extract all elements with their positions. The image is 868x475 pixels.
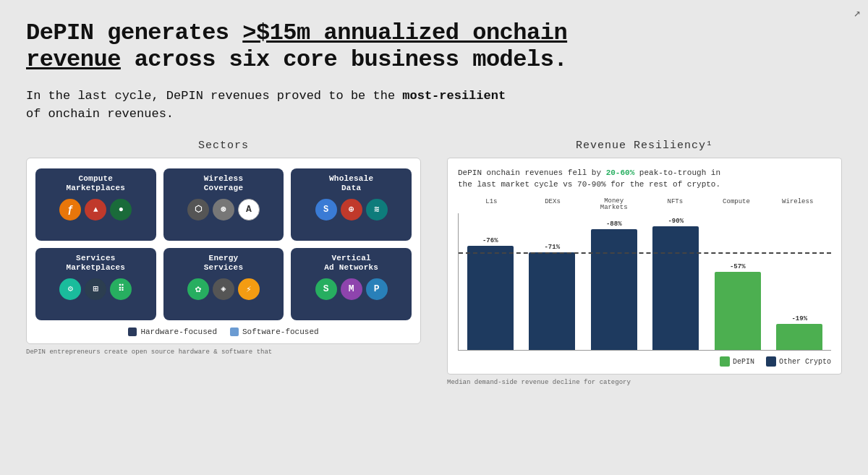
sia-icon	[341, 199, 362, 221]
sectors-panel: Sectors ComputeMarketplaces Wire	[26, 140, 421, 356]
legend-depin: DePIN	[720, 356, 754, 367]
bar-compute-bar	[715, 272, 761, 350]
resiliency-description: DePIN onchain revenues fell by 20-60% pe…	[458, 167, 831, 191]
energy-icon1	[187, 278, 209, 300]
sector-ad-label: VerticalAd Networks	[324, 254, 378, 273]
bar-l1s-pct: -76%	[482, 237, 498, 244]
services-icon2	[85, 278, 106, 300]
dashed-line-70pct	[459, 252, 831, 254]
bar-mm-bar	[591, 229, 637, 350]
pct-green: 20-60%	[606, 168, 635, 177]
resiliency-box: DePIN onchain revenues fell by 20-60% pe…	[447, 158, 842, 375]
sector-energy: EnergyServices	[163, 248, 284, 320]
bar-wireless-pct: -19%	[791, 315, 807, 322]
sector-services: ServicesMarketplaces	[35, 248, 156, 320]
label-wireless: Wireless	[767, 198, 828, 213]
bitdog-icon	[366, 199, 388, 221]
pct-normal: 70-90%	[577, 180, 606, 189]
sectors-footnote: DePIN entrepreneurs create open source h…	[26, 348, 421, 356]
bar-wireless-bar	[776, 324, 822, 350]
sectors-title: Sectors	[26, 140, 421, 152]
storj-icon	[315, 199, 337, 221]
content-row: Sectors ComputeMarketplaces Wire	[26, 140, 842, 387]
sector-wireless-icons	[187, 199, 260, 221]
bar-nfts: -90%	[647, 213, 705, 350]
chart-column-labels: L1s DEXs MoneyMarkets NFTs Compute Wirel…	[458, 198, 831, 213]
sector-energy-icons	[187, 278, 260, 300]
bar-chart: -76% -71% -88%	[458, 213, 831, 351]
helium-icon	[187, 199, 209, 221]
hardware-label: Hardware-focused	[140, 328, 217, 336]
legend-software: Software-focused	[230, 328, 319, 336]
ad-icon1	[315, 278, 337, 300]
sector-wireless: WirelessCoverage	[163, 168, 284, 241]
subtitle: In the last cycle, DePIN revenues proved…	[26, 87, 842, 124]
sector-compute-icons	[59, 199, 132, 221]
sector-services-icons	[59, 278, 132, 300]
services-icon1	[59, 278, 81, 300]
sector-ad-networks: VerticalAd Networks	[291, 248, 412, 320]
bar-mm-pct: -88%	[606, 221, 622, 228]
sector-wholesale: WholesaleData	[291, 168, 412, 241]
hardware-swatch	[128, 328, 137, 336]
sector-compute-label: ComputeMarketplaces	[67, 174, 126, 193]
title-highlight: >$15m annualized onchainrevenue	[26, 20, 567, 73]
bar-compute-pct: -57%	[730, 263, 746, 270]
legend-other-crypto: Other Crypto	[766, 356, 831, 367]
bar-money-markets: -88%	[585, 213, 643, 350]
other-crypto-swatch	[766, 356, 776, 367]
filecoin-icon	[59, 199, 81, 221]
chart-container: L1s DEXs MoneyMarkets NFTs Compute Wirel…	[458, 198, 831, 367]
expand-icon[interactable]: ↗	[854, 6, 861, 20]
page-title: DePIN generates >$15m annualized onchain…	[26, 20, 842, 74]
software-swatch	[230, 328, 239, 336]
label-dexs: DEXs	[522, 198, 584, 213]
bar-compute: -57%	[709, 213, 767, 350]
ad-icon3	[366, 278, 388, 300]
sector-services-label: ServicesMarketplaces	[67, 254, 126, 273]
main-container: ↗ DePIN generates >$15m annualized oncha…	[0, 0, 868, 475]
label-nfts: NFTs	[644, 198, 706, 213]
resiliency-panel: Revenue Resiliency¹ DePIN onchain revenu…	[447, 140, 842, 387]
sector-wireless-label: WirelessCoverage	[204, 174, 243, 193]
energy-icon2	[213, 278, 234, 300]
software-label: Software-focused	[242, 328, 319, 336]
bar-l1s: -76%	[461, 213, 519, 350]
arweave-icon	[238, 199, 260, 221]
sector-wholesale-label: WholesaleData	[329, 174, 373, 193]
label-compute: Compute	[706, 198, 767, 213]
sector-energy-label: EnergyServices	[204, 254, 243, 273]
akash-icon	[85, 199, 106, 221]
wifi-icon	[213, 199, 234, 221]
sector-compute: ComputeMarketplaces	[35, 168, 156, 241]
sector-wholesale-icons	[315, 199, 388, 221]
resiliency-title: Revenue Resiliency¹	[447, 140, 842, 152]
subtitle-bold: most-resilient	[402, 89, 506, 103]
label-money-markets: MoneyMarkets	[583, 198, 644, 213]
legend-hardware: Hardware-focused	[128, 328, 217, 336]
render-icon	[110, 199, 132, 221]
bar-dexs-bar	[529, 252, 575, 350]
bar-nfts-pct: -90%	[668, 218, 684, 225]
bar-nfts-bar	[652, 226, 699, 350]
sectors-grid: ComputeMarketplaces WirelessCoverage	[35, 168, 412, 320]
resiliency-footnote: Median demand-side revenue decline for c…	[447, 379, 842, 386]
bar-dexs-pct: -71%	[544, 244, 560, 251]
energy-icon3	[238, 278, 260, 300]
services-icon3	[110, 278, 132, 300]
bar-l1s-bar	[467, 246, 514, 350]
other-crypto-legend-label: Other Crypto	[779, 358, 831, 366]
ad-icon2	[341, 278, 362, 300]
depin-swatch	[720, 356, 730, 367]
sectors-legend: Hardware-focused Software-focused	[35, 328, 412, 336]
depin-legend-label: DePIN	[733, 358, 754, 366]
bar-wireless: -19%	[771, 213, 829, 350]
sectors-box: ComputeMarketplaces WirelessCoverage	[26, 158, 421, 344]
chart-legend: DePIN Other Crypto	[458, 356, 831, 367]
bar-dexs: -71%	[524, 213, 582, 350]
label-l1s: L1s	[461, 198, 522, 213]
sector-ad-icons	[315, 278, 388, 300]
